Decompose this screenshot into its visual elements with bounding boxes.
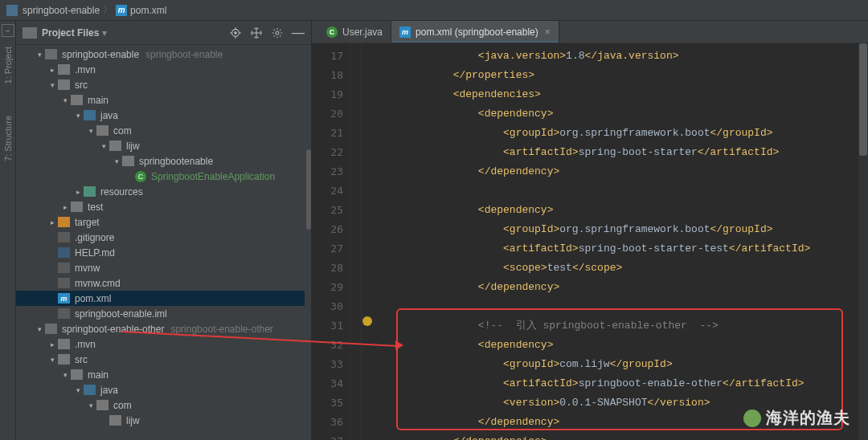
code-line[interactable]: <artifactId>spring-boot-starter-test</ar… bbox=[378, 239, 868, 259]
code-line[interactable]: </dependency> bbox=[378, 278, 868, 297]
tree-arrow-icon[interactable]: ▾ bbox=[72, 112, 84, 120]
dropdown-icon[interactable]: ▾ bbox=[102, 27, 107, 39]
tree-node[interactable]: springboot-enable.iml bbox=[16, 306, 311, 321]
code-line[interactable]: <dependency> bbox=[378, 201, 868, 220]
code-line[interactable]: <groupId>org.springframework.boot</group… bbox=[378, 124, 868, 143]
expand-icon[interactable] bbox=[250, 26, 263, 39]
tree-node[interactable]: ▾main bbox=[16, 92, 311, 108]
tree-arrow-icon[interactable]: ▾ bbox=[59, 371, 71, 379]
class-icon: C bbox=[135, 171, 146, 182]
tree-node[interactable]: ▸target bbox=[16, 214, 311, 230]
tree-node[interactable]: ▸test bbox=[16, 199, 311, 214]
breadcrumb-file[interactable]: pom.xml bbox=[130, 5, 166, 16]
minimize-toolwindow-icon[interactable]: – bbox=[2, 24, 14, 37]
project-panel-title[interactable]: Project Files bbox=[42, 27, 99, 39]
breadcrumb-root[interactable]: springboot-enable bbox=[23, 5, 100, 16]
code-line[interactable]: <artifactId>springboot-enable-other</art… bbox=[378, 374, 868, 393]
toolwindow-structure-label[interactable]: 7: Structure bbox=[3, 116, 13, 161]
tree-arrow-icon[interactable]: ▾ bbox=[47, 81, 58, 89]
tree-node[interactable]: ▸resources bbox=[16, 184, 311, 199]
module-icon bbox=[6, 5, 18, 16]
code-line[interactable] bbox=[378, 181, 868, 201]
tree-arrow-icon[interactable]: ▾ bbox=[72, 386, 84, 394]
tree-arrow-icon[interactable]: ▸ bbox=[72, 188, 84, 196]
tab-pom-xml[interactable]: m pom.xml (springboot-enable) × bbox=[391, 21, 559, 43]
tree-arrow-icon[interactable]: ▾ bbox=[111, 157, 122, 165]
tree-scrollbar[interactable] bbox=[306, 149, 311, 230]
folder-icon bbox=[71, 202, 83, 212]
code-body[interactable]: <java.version>1.8</java.version> </prope… bbox=[373, 43, 868, 440]
code-line[interactable] bbox=[378, 297, 868, 316]
tree-arrow-icon[interactable]: ▾ bbox=[85, 127, 96, 135]
tree-node[interactable]: ▾com bbox=[16, 123, 311, 138]
hide-icon[interactable]: — bbox=[292, 26, 305, 39]
code-line[interactable]: </properties> bbox=[378, 66, 868, 85]
gear-icon[interactable] bbox=[271, 26, 284, 39]
tree-node[interactable]: ▾com bbox=[16, 397, 311, 413]
code-line[interactable]: <artifactId>spring-boot-starter</artifac… bbox=[378, 143, 868, 162]
code-line[interactable]: <java.version>1.8</java.version> bbox=[378, 47, 868, 66]
folder-icon bbox=[122, 156, 134, 166]
tree-node[interactable]: ▾lijw bbox=[16, 138, 311, 153]
tree-node[interactable]: ▸.mvn bbox=[16, 62, 311, 77]
code-editor[interactable]: 1718192021222324252627282930313233343536… bbox=[312, 43, 868, 440]
toolwindow-project-label[interactable]: 1: Project bbox=[3, 47, 13, 84]
tree-arrow-icon[interactable]: ▾ bbox=[47, 356, 58, 364]
project-tree[interactable]: ▾springboot-enablespringboot-enable▸.mvn… bbox=[16, 45, 311, 440]
code-line[interactable]: </dependency> bbox=[378, 162, 868, 181]
tree-node-label: src bbox=[75, 79, 88, 91]
wechat-icon bbox=[743, 409, 761, 427]
editor-scrollbar[interactable] bbox=[858, 43, 868, 440]
tree-arrow-icon[interactable]: ▸ bbox=[47, 218, 58, 226]
tree-node[interactable]: ▾java bbox=[16, 108, 311, 123]
tree-node[interactable]: ▾src bbox=[16, 77, 311, 92]
close-icon[interactable]: × bbox=[545, 26, 551, 38]
folder-icon bbox=[96, 125, 108, 136]
tree-node-label: mvnw bbox=[75, 263, 100, 274]
tree-node-label: main bbox=[88, 369, 108, 381]
tree-node[interactable]: ▾java bbox=[16, 382, 311, 397]
code-line[interactable]: <scope>test</scope> bbox=[378, 259, 868, 278]
tab-label: User.java bbox=[342, 26, 383, 38]
code-line[interactable]: <groupId>org.springframework.boot</group… bbox=[378, 220, 868, 239]
breadcrumb-sep-icon: 〉 bbox=[103, 3, 113, 17]
tree-node[interactable]: ▾src bbox=[16, 352, 311, 367]
intention-bulb-icon[interactable] bbox=[362, 316, 372, 326]
tree-node[interactable]: lijw bbox=[16, 413, 311, 428]
tab-user-java[interactable]: C User.java bbox=[318, 21, 391, 43]
folder-icon bbox=[109, 141, 121, 151]
code-line[interactable]: <dependency> bbox=[378, 104, 868, 124]
folder-icon bbox=[58, 263, 70, 273]
tree-node[interactable]: mvnw bbox=[16, 260, 311, 275]
tree-node[interactable]: ▾springboot-enablespringboot-enable bbox=[16, 47, 311, 62]
tree-node[interactable]: mpom.xml bbox=[16, 291, 311, 306]
tree-node[interactable]: mvnw.cmd bbox=[16, 275, 311, 291]
watermark: 海洋的渔夫 bbox=[743, 407, 850, 429]
tree-arrow-icon[interactable]: ▾ bbox=[59, 96, 71, 104]
code-line[interactable]: <dependency> bbox=[378, 336, 868, 355]
code-line[interactable]: </dependencies> bbox=[378, 432, 868, 440]
tree-node[interactable]: ▾main bbox=[16, 367, 311, 382]
tree-node-label: HELP.md bbox=[75, 247, 115, 259]
class-icon: C bbox=[326, 26, 338, 38]
tab-label: pom.xml (springboot-enable) bbox=[416, 26, 538, 38]
folder-icon bbox=[109, 415, 121, 426]
tree-arrow-icon[interactable]: ▾ bbox=[98, 142, 109, 150]
code-line[interactable]: <!-- 引入 springboot-enable-other --> bbox=[378, 316, 868, 336]
tree-arrow-icon[interactable]: ▸ bbox=[59, 203, 71, 211]
tree-arrow-icon[interactable]: ▾ bbox=[85, 401, 96, 409]
tree-node[interactable]: HELP.md bbox=[16, 245, 311, 260]
tree-node[interactable]: ▾springbootenable bbox=[16, 153, 311, 169]
fold-gutter[interactable] bbox=[350, 43, 362, 440]
tree-node[interactable]: .gitignore bbox=[16, 230, 311, 245]
tree-arrow-icon[interactable]: ▾ bbox=[34, 51, 45, 59]
tree-arrow-icon[interactable]: ▾ bbox=[34, 325, 45, 333]
tree-node[interactable]: CSpringbootEnableApplication bbox=[16, 169, 311, 184]
code-line[interactable]: <dependencies> bbox=[378, 85, 868, 104]
tree-node-hint: springboot-enable-other bbox=[170, 324, 272, 335]
code-line[interactable]: <groupId>com.lijw</groupId> bbox=[378, 355, 868, 374]
tree-node-label: .gitignore bbox=[75, 232, 114, 243]
tree-arrow-icon[interactable]: ▸ bbox=[47, 66, 58, 74]
tree-arrow-icon[interactable]: ▸ bbox=[47, 340, 58, 348]
locate-icon[interactable] bbox=[229, 26, 242, 39]
